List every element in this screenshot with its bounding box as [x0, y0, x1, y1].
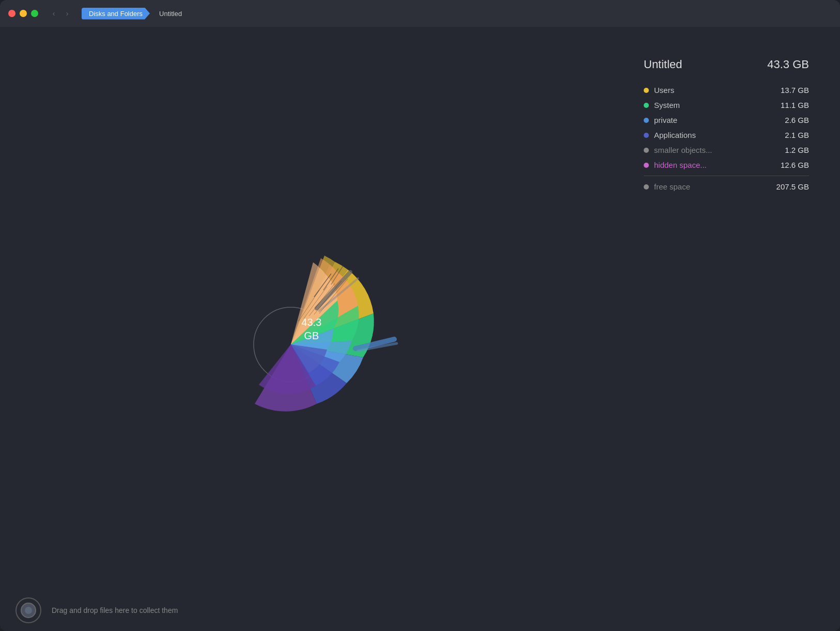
- legend-label-3: Applications: [654, 131, 696, 139]
- legend-label-4: smaller objects...: [654, 146, 712, 154]
- legend-title: Untitled: [644, 58, 682, 71]
- legend-label-2: private: [654, 116, 677, 124]
- legend-dot-3: [644, 133, 649, 138]
- legend-value-2: 2.6 GB: [785, 116, 809, 124]
- minimize-button[interactable]: [20, 10, 27, 17]
- legend-item[interactable]: smaller objects...1.2 GB: [644, 146, 809, 154]
- main-window: ‹ › Disks and Folders Untitled: [0, 0, 840, 631]
- legend-value-4: 1.2 GB: [785, 146, 809, 154]
- content-area: 43.3 GB Untitled 43.3 GB Users13.7 GBSys…: [0, 27, 840, 631]
- breadcrumb-root[interactable]: Disks and Folders: [82, 8, 150, 20]
- legend-title-row: Untitled 43.3 GB: [644, 58, 809, 71]
- nav-arrows: ‹ ›: [49, 8, 72, 19]
- drop-zone-icon[interactable]: [15, 597, 41, 623]
- legend-dot-5: [644, 163, 649, 168]
- legend-item[interactable]: hidden space...12.6 GB: [644, 161, 809, 169]
- free-space-value: 207.5 GB: [776, 182, 809, 191]
- maximize-button[interactable]: [31, 10, 38, 17]
- legend-value-3: 2.1 GB: [785, 131, 809, 139]
- legend-total: 43.3 GB: [767, 58, 809, 71]
- legend-value-5: 12.6 GB: [781, 161, 809, 169]
- chart-area[interactable]: 43.3 GB: [0, 27, 623, 631]
- legend-label-0: Users: [654, 86, 674, 94]
- legend-divider: [644, 176, 809, 176]
- legend-free-space[interactable]: free space 207.5 GB: [644, 182, 809, 191]
- traffic-lights: [8, 10, 38, 17]
- breadcrumb-current: Untitled: [152, 8, 189, 20]
- sunburst-chart[interactable]: 43.3 GB: [203, 220, 420, 437]
- legend-item[interactable]: System11.1 GB: [644, 101, 809, 109]
- legend-dot-1: [644, 103, 649, 108]
- legend-item[interactable]: Users13.7 GB: [644, 86, 809, 94]
- legend-dot-0: [644, 88, 649, 93]
- breadcrumb: Disks and Folders Untitled: [82, 8, 189, 20]
- bottom-bar: Drag and drop files here to collect them: [0, 590, 840, 631]
- free-space-dot: [644, 184, 649, 190]
- free-space-label: free space: [654, 182, 690, 191]
- legend-value-0: 13.7 GB: [781, 86, 809, 94]
- back-button[interactable]: ‹: [49, 8, 59, 19]
- legend-dot-4: [644, 148, 649, 153]
- sunburst-svg: [203, 220, 420, 437]
- legend-value-1: 11.1 GB: [781, 101, 809, 109]
- legend-panel: Untitled 43.3 GB Users13.7 GBSystem11.1 …: [623, 27, 840, 631]
- legend-items: Users13.7 GBSystem11.1 GBprivate2.6 GBAp…: [644, 86, 809, 169]
- drop-text: Drag and drop files here to collect them: [52, 606, 178, 614]
- legend-item[interactable]: Applications2.1 GB: [644, 131, 809, 139]
- legend-item[interactable]: private2.6 GB: [644, 116, 809, 124]
- close-button[interactable]: [8, 10, 15, 17]
- legend-label-1: System: [654, 101, 680, 109]
- titlebar: ‹ › Disks and Folders Untitled: [0, 0, 840, 27]
- legend-dot-2: [644, 118, 649, 123]
- forward-button[interactable]: ›: [62, 8, 72, 19]
- legend-label-5: hidden space...: [654, 161, 707, 169]
